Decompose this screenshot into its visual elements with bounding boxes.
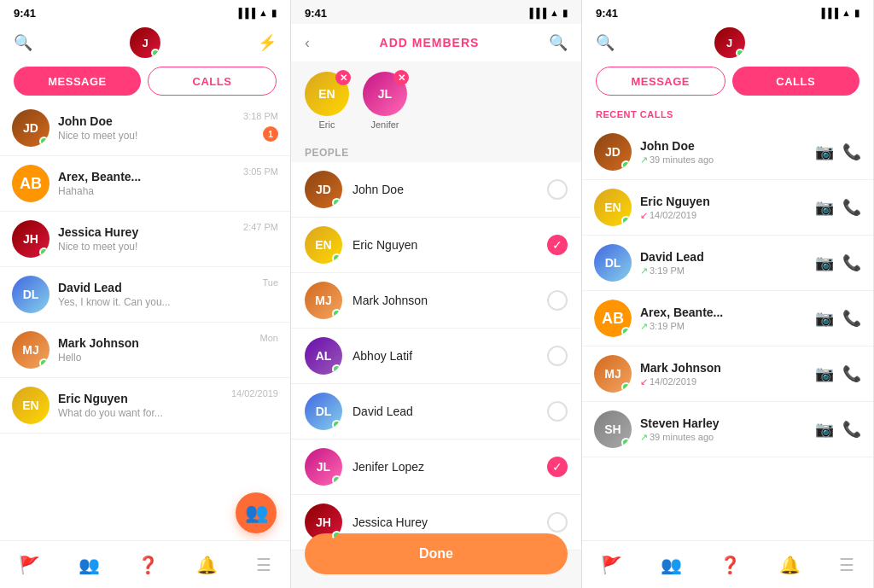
check-jessica[interactable] <box>547 512 568 533</box>
people-name-jenifer: Jenifer Lopez <box>353 460 537 474</box>
call-name-eric-r: Eric Nguyen <box>640 195 807 208</box>
call-time-text-david-r: 3:19 PM <box>650 265 685 276</box>
msg-time-arex: 3:05 PM <box>243 166 278 177</box>
battery-icon-m: ▮ <box>562 8 568 19</box>
check-eric[interactable]: ✓ <box>547 235 568 255</box>
avatar-eric: EN <box>12 387 50 424</box>
people-item-abhoy[interactable]: AL Abhoy Latif <box>291 329 581 384</box>
check-abhoy[interactable] <box>547 346 568 366</box>
message-tab-left[interactable]: MESSAGE <box>14 67 141 96</box>
people-item-john[interactable]: JD John Doe <box>291 162 581 218</box>
online-arex-r <box>621 327 631 336</box>
message-item-arex[interactable]: AB Arex, Beante... Hahaha 3:05 PM <box>0 156 290 212</box>
user-avatar-left[interactable]: J <box>130 27 160 58</box>
badge-john: 1 <box>263 126 278 142</box>
message-tab-right[interactable]: MESSAGE <box>596 67 725 96</box>
call-item-mark-r[interactable]: MJ Mark Johnson ↙ 14/02/2019 📷 📞 <box>582 346 873 402</box>
middle-screen: 9:41 ▐▐▐ ▲ ▮ ‹ ADD MEMBERS 🔍 EN ✕ Eric <box>291 0 582 588</box>
msg-time-john: 3:18 PM <box>243 111 278 121</box>
msg-preview-mark: Hello <box>58 352 278 364</box>
nav-flag-right[interactable]: 🚩 <box>601 555 622 575</box>
people-item-david[interactable]: DL David Lead <box>291 384 581 440</box>
calls-tab-right[interactable]: CALLS <box>732 67 860 96</box>
call-item-john[interactable]: JD John Doe ↗ 39 minutes ago 📷 📞 <box>582 125 873 180</box>
video-call-icon-david-r[interactable]: 📷 <box>815 253 834 272</box>
calls-tab-left[interactable]: CALLS <box>148 67 277 96</box>
nav-bell-left[interactable]: 🔔 <box>196 555 218 575</box>
message-item-jessica[interactable]: JH Jessica Hurey Nice to meet you! 2:47 … <box>0 212 290 267</box>
video-call-icon-john[interactable]: 📷 <box>815 143 834 161</box>
online-jessica <box>39 247 49 257</box>
avatar-mark: MJ <box>12 331 50 369</box>
people-avatar-abhoy: AL <box>305 337 342 375</box>
remove-jenifer-button[interactable]: ✕ <box>393 70 409 85</box>
video-call-icon-steven-r[interactable]: 📷 <box>815 420 834 439</box>
status-icons-middle: ▐▐▐ ▲ ▮ <box>527 8 568 19</box>
call-avatar-steven-r: SH <box>594 410 632 448</box>
status-bar-right: 9:41 ▐▐▐ ▲ ▮ <box>582 0 873 24</box>
phone-call-icon-john[interactable]: 📞 <box>842 143 861 161</box>
outgoing-arrow-steven-r: ↗ <box>640 432 648 443</box>
calls-list: JD John Doe ↗ 39 minutes ago 📷 📞 <box>582 125 873 457</box>
nav-menu-right[interactable]: ☰ <box>839 555 854 575</box>
nav-flag-left[interactable]: 🚩 <box>19 555 40 575</box>
msg-time-jessica: 2:47 PM <box>243 222 278 232</box>
call-actions-david-r: 📷 📞 <box>815 253 861 272</box>
call-item-arex-r[interactable]: AB Arex, Beante... ↗ 3:19 PM 📷 📞 <box>582 291 873 346</box>
phone-call-icon-steven-r[interactable]: 📞 <box>842 420 861 439</box>
selected-eric: EN ✕ Eric <box>305 72 349 130</box>
add-members-title: ADD MEMBERS <box>310 36 549 49</box>
remove-eric-button[interactable]: ✕ <box>335 70 351 85</box>
filter-icon-left[interactable]: ⚡ <box>258 33 277 52</box>
check-mark[interactable] <box>547 290 568 311</box>
check-john[interactable] <box>547 179 568 200</box>
call-item-eric-r[interactable]: EN Eric Nguyen ↙ 14/02/2019 📷 📞 <box>582 180 873 236</box>
online-indicator-left <box>151 49 160 57</box>
call-actions-arex-r: 📷 📞 <box>815 309 861 328</box>
people-item-jenifer[interactable]: JL Jenifer Lopez ✓ <box>291 440 581 495</box>
message-item-john[interactable]: JD John Doe Nice to meet you! 3:18 PM 1 <box>0 101 290 156</box>
call-time-mark-r: ↙ 14/02/2019 <box>640 376 807 387</box>
online-john-r <box>621 160 631 170</box>
phone-call-icon-arex-r[interactable]: 📞 <box>842 309 861 328</box>
user-avatar-right[interactable]: J <box>714 27 745 58</box>
call-info-david-r: David Lead ↗ 3:19 PM <box>640 250 807 277</box>
video-call-icon-eric-r[interactable]: 📷 <box>815 198 834 217</box>
incoming-arrow-eric-r: ↙ <box>640 210 648 221</box>
video-call-icon-mark-r[interactable]: 📷 <box>815 364 834 383</box>
phone-call-icon-eric-r[interactable]: 📞 <box>842 198 861 217</box>
status-icons-left: ▐▐▐ ▲ ▮ <box>236 8 277 19</box>
phone-call-icon-mark-r[interactable]: 📞 <box>842 364 861 383</box>
people-name-eric: Eric Nguyen <box>353 238 537 252</box>
nav-help-right[interactable]: ❓ <box>720 555 741 575</box>
phone-call-icon-david-r[interactable]: 📞 <box>842 253 861 272</box>
call-name-steven-r: Steven Harley <box>640 416 807 430</box>
check-david[interactable] <box>547 401 568 422</box>
video-call-icon-arex-r[interactable]: 📷 <box>815 309 834 328</box>
search-icon-middle[interactable]: 🔍 <box>549 33 568 52</box>
nav-help-left[interactable]: ❓ <box>137 555 159 575</box>
call-time-text-steven-r: 39 minutes ago <box>650 432 714 442</box>
call-avatar-david-r: DL <box>594 244 632 282</box>
people-avatar-david: DL <box>305 393 342 430</box>
call-item-david-r[interactable]: DL David Lead ↗ 3:19 PM 📷 📞 <box>582 236 873 291</box>
nav-menu-left[interactable]: ☰ <box>256 555 271 575</box>
search-icon-left[interactable]: 🔍 <box>14 33 32 52</box>
people-name-david: David Lead <box>353 405 537 418</box>
check-jenifer[interactable]: ✓ <box>547 457 568 477</box>
message-item-mark[interactable]: MJ Mark Johnson Hello Mon <box>0 323 290 378</box>
call-item-steven-r[interactable]: SH Steven Harley ↗ 39 minutes ago 📷 📞 <box>582 402 873 457</box>
signal-icon-r: ▐▐▐ <box>819 8 838 18</box>
nav-bell-right[interactable]: 🔔 <box>779 555 801 575</box>
outgoing-arrow-john: ↗ <box>640 154 648 166</box>
message-item-david[interactable]: DL David Lead Yes, I know it. Can you...… <box>0 267 290 323</box>
people-item-mark[interactable]: MJ Mark Johnson <box>291 273 581 329</box>
nav-people-right[interactable]: 👥 <box>661 555 682 575</box>
search-icon-right[interactable]: 🔍 <box>596 33 615 52</box>
nav-people-left[interactable]: 👥 <box>79 555 100 575</box>
done-button[interactable]: Done <box>305 533 568 574</box>
right-screen: 9:41 ▐▐▐ ▲ ▮ 🔍 J MESSAGE CALLS RECENT CA… <box>582 0 873 588</box>
message-item-eric[interactable]: EN Eric Nguyen What do you want for... 1… <box>0 378 290 434</box>
people-item-eric[interactable]: EN Eric Nguyen ✓ <box>291 218 581 273</box>
add-group-fab[interactable]: 👥 <box>236 492 277 533</box>
